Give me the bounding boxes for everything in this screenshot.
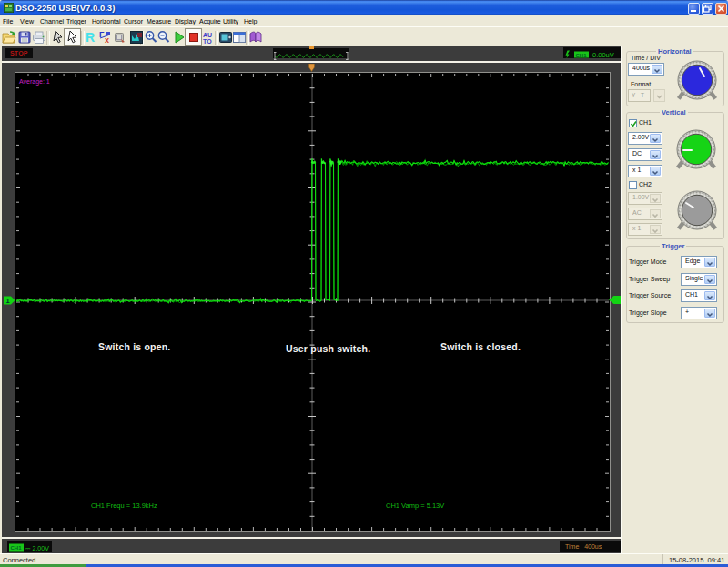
svg-text:TO: TO <box>203 38 212 45</box>
svg-text:CH1: CH1 <box>11 545 23 551</box>
svg-text:1: 1 <box>6 297 10 305</box>
svg-text:CH1: CH1 <box>576 53 588 58</box>
svg-text:AU: AU <box>203 32 212 38</box>
svg-text:Switch is closed.: Switch is closed. <box>440 341 521 352</box>
svg-text:Average: 1: Average: 1 <box>19 78 50 86</box>
svg-text:⎓ 2.00V: ⎓ 2.00V <box>25 545 49 552</box>
svg-text:R: R <box>86 30 95 45</box>
svg-text:x: x <box>105 35 109 45</box>
svg-text:CH1 Vamp = 5.13V: CH1 Vamp = 5.13V <box>386 501 444 510</box>
svg-text:User push switch.: User push switch. <box>286 343 370 354</box>
svg-text:Switch is open.: Switch is open. <box>98 341 170 352</box>
svg-text:0.00uV: 0.00uV <box>592 51 614 59</box>
svg-text:CH1 Frequ = 13.9kHz: CH1 Frequ = 13.9kHz <box>91 501 157 510</box>
